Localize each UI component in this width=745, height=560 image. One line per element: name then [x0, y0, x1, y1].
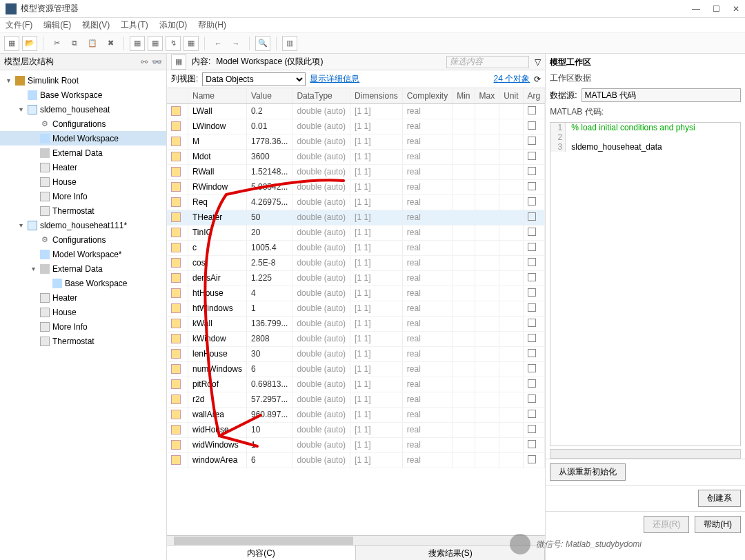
- filter-input[interactable]: 筛选内容: [446, 56, 529, 68]
- tree-item[interactable]: House: [0, 305, 166, 319]
- content-scope: Model Workspace (仅限此项): [216, 56, 441, 68]
- properties-pane: 模型工作区 工作区数据 数据源: MATLAB 代码: 1% load init…: [546, 54, 745, 560]
- table-row[interactable]: htHouse4double (auto)[1 1]real: [167, 286, 545, 301]
- h-scrollbar[interactable]: [167, 535, 545, 545]
- listview-select[interactable]: Data Objects: [202, 72, 306, 86]
- var-icon[interactable]: ▦: [183, 36, 199, 51]
- create-button[interactable]: 创建系: [698, 490, 741, 507]
- tree-item[interactable]: Heater: [0, 160, 166, 174]
- table-row[interactable]: densAir1.225double (auto)[1 1]real: [167, 270, 545, 286]
- tree-item[interactable]: ▾Simulink Root: [0, 73, 166, 88]
- restore-button[interactable]: 还原(R): [644, 516, 690, 533]
- back-icon[interactable]: ←: [210, 36, 226, 51]
- content-label: 内容:: [192, 56, 210, 68]
- tree-item[interactable]: ▾sldemo_househeat: [0, 102, 166, 117]
- code-label: MATLAB 代码:: [546, 105, 745, 119]
- table-row[interactable]: cost2.5E-8double (auto)[1 1]real: [167, 255, 545, 270]
- listview-label: 列视图:: [171, 73, 198, 85]
- hierarchy-tree[interactable]: ▾Simulink RootBase Workspace▾sldemo_hous…: [0, 70, 166, 560]
- table-row[interactable]: wallArea960.897...double (auto)[1 1]real: [167, 407, 545, 422]
- link-icon[interactable]: ⚯: [141, 57, 148, 67]
- glasses-icon[interactable]: 👓: [152, 57, 162, 67]
- chain-icon[interactable]: ↯: [166, 36, 181, 51]
- tree-item[interactable]: House: [0, 174, 166, 189]
- add-param-icon[interactable]: ▦: [148, 36, 163, 51]
- tree-item[interactable]: ⚙Configurations: [0, 117, 166, 131]
- search-icon[interactable]: 🔍: [255, 36, 270, 51]
- table-row[interactable]: LWindow0.01double (auto)[1 1]real: [167, 119, 545, 134]
- datasource-label: 数据源:: [550, 90, 577, 101]
- menu-item[interactable]: 帮助(H): [198, 19, 226, 31]
- help-button[interactable]: 帮助(H): [695, 516, 741, 533]
- wechat-icon: [510, 534, 530, 554]
- layout-icon[interactable]: ▥: [282, 36, 297, 51]
- titlebar: 模型资源管理器 — ☐ ✕: [0, 0, 745, 18]
- table-row[interactable]: r2d57.2957...double (auto)[1 1]real: [167, 392, 545, 407]
- minimize-icon[interactable]: —: [692, 4, 700, 14]
- maximize-icon[interactable]: ☐: [713, 4, 720, 14]
- table-row[interactable]: LWall0.2double (auto)[1 1]real: [167, 103, 545, 119]
- tree-item[interactable]: Thermostat: [0, 203, 166, 218]
- open-icon[interactable]: 📂: [22, 36, 37, 51]
- tab-content[interactable]: 内容(C): [167, 546, 356, 560]
- paste-icon[interactable]: 📋: [85, 36, 100, 51]
- fwd-icon[interactable]: →: [228, 36, 244, 51]
- props-title: 模型工作区: [546, 54, 745, 71]
- copy-icon[interactable]: ⧉: [67, 36, 82, 51]
- close-icon[interactable]: ✕: [733, 4, 739, 14]
- app-icon: [6, 3, 17, 14]
- grid-icon[interactable]: ▦: [171, 54, 186, 70]
- menu-item[interactable]: 编辑(E): [43, 19, 71, 31]
- menubar: 文件(F)编辑(E)视图(V)工具(T)添加(D)帮助(H): [0, 18, 745, 33]
- new-icon[interactable]: ▦: [4, 36, 19, 51]
- delete-icon[interactable]: ✖: [103, 36, 118, 51]
- tree-item[interactable]: Model Workspace: [0, 131, 166, 146]
- table-row[interactable]: Mdot3600double (auto)[1 1]real: [167, 149, 545, 164]
- table-row[interactable]: windowArea6double (auto)[1 1]real: [167, 452, 545, 468]
- tree-item[interactable]: External Data: [0, 146, 166, 160]
- code-editor[interactable]: 1% load initial conditions and physi23sl…: [550, 122, 741, 446]
- tree-item[interactable]: Model Workspace*: [0, 247, 166, 261]
- reinit-button[interactable]: 从源重新初始化: [550, 463, 626, 481]
- table-row[interactable]: Req4.26975...double (auto)[1 1]real: [167, 194, 545, 210]
- details-link[interactable]: 显示详细信息: [310, 73, 359, 85]
- tree-item[interactable]: Heater: [0, 290, 166, 305]
- table-row[interactable]: lenHouse30double (auto)[1 1]real: [167, 346, 545, 361]
- table-row[interactable]: c1005.4double (auto)[1 1]real: [167, 240, 545, 255]
- tree-item[interactable]: ▾External Data: [0, 261, 166, 276]
- table-row[interactable]: RWall1.52148...double (auto)[1 1]real: [167, 164, 545, 179]
- table-row[interactable]: THeater50double (auto)[1 1]real: [167, 210, 545, 225]
- table-row[interactable]: kWindow2808double (auto)[1 1]real: [167, 331, 545, 346]
- table-row[interactable]: RWindow5.93542...double (auto)[1 1]real: [167, 179, 545, 194]
- tree-item[interactable]: More Info: [0, 319, 166, 334]
- count-link[interactable]: 24 个对象: [494, 73, 530, 85]
- refresh-icon[interactable]: ⟳: [534, 74, 541, 84]
- code-h-scroll[interactable]: [550, 449, 741, 459]
- table-row[interactable]: pitRoof0.69813...double (auto)[1 1]real: [167, 377, 545, 392]
- datasource-input[interactable]: [582, 88, 741, 102]
- toolbar: ▦ 📂 ✂ ⧉ 📋 ✖ ▦ ▦ ↯ ▦ ← → 🔍 ▥: [0, 33, 745, 54]
- table-row[interactable]: kWall136.799...double (auto)[1 1]real: [167, 316, 545, 331]
- table-row[interactable]: TinIC20double (auto)[1 1]real: [167, 225, 545, 240]
- table-row[interactable]: M1778.36...double (auto)[1 1]real: [167, 134, 545, 149]
- content-pane: ▦ 内容: Model Workspace (仅限此项) 筛选内容 ▽ 列视图:…: [167, 54, 546, 560]
- tree-item[interactable]: ⚙Configurations: [0, 232, 166, 247]
- add-var-icon[interactable]: ▦: [130, 36, 145, 51]
- tree-item[interactable]: Thermostat: [0, 334, 166, 348]
- watermark: 微信号: Matlab_studybydomi: [510, 534, 642, 554]
- tree-item[interactable]: ▾sldemo_househeat111*: [0, 218, 166, 232]
- cut-icon[interactable]: ✂: [49, 36, 64, 51]
- menu-item[interactable]: 视图(V): [82, 19, 110, 31]
- menu-item[interactable]: 文件(F): [6, 19, 32, 31]
- table-row[interactable]: htWindows1double (auto)[1 1]real: [167, 301, 545, 316]
- table-row[interactable]: widWindows1double (auto)[1 1]real: [167, 437, 545, 452]
- tree-item[interactable]: Base Workspace: [0, 276, 166, 290]
- data-table[interactable]: NameValueDataTypeDimensionsComplexityMin…: [167, 88, 545, 468]
- tree-item[interactable]: Base Workspace: [0, 88, 166, 102]
- table-row[interactable]: widHouse10double (auto)[1 1]real: [167, 422, 545, 437]
- table-row[interactable]: numWindows6double (auto)[1 1]real: [167, 361, 545, 377]
- tree-item[interactable]: More Info: [0, 189, 166, 203]
- funnel-icon[interactable]: ▽: [535, 57, 541, 67]
- menu-item[interactable]: 添加(D): [159, 19, 188, 31]
- menu-item[interactable]: 工具(T): [121, 19, 148, 31]
